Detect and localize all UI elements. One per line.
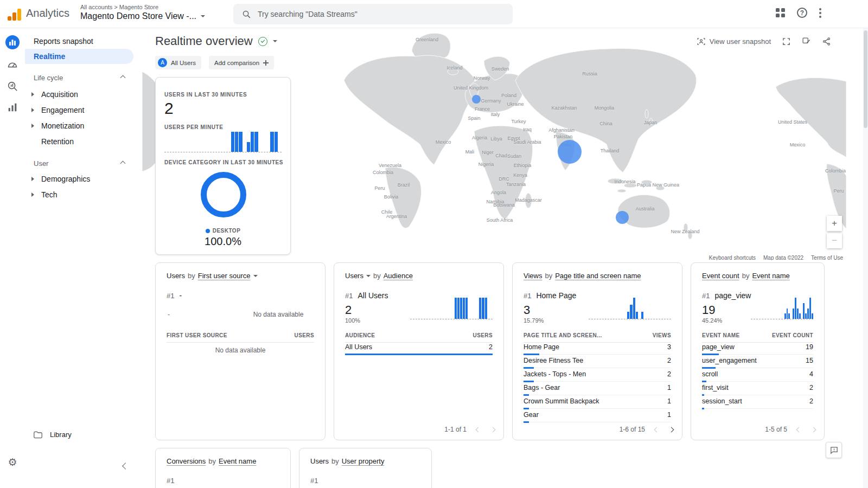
view-user-snapshot-button[interactable]: View user snapshot (697, 37, 771, 46)
spark-bar (465, 298, 468, 319)
row-metric-value: 2 (809, 397, 813, 405)
card-title: Views by Page title and screen name (524, 272, 641, 280)
users-30min-label: USERS IN LAST 30 MINUTES (164, 92, 285, 98)
map-zoom-in-button[interactable]: + (827, 216, 842, 231)
table-body: All Users2 (345, 341, 493, 355)
fullscreen-icon[interactable] (782, 37, 791, 46)
sidebar-item-engagement[interactable]: Engagement (25, 102, 133, 118)
metric-selector[interactable]: Views (524, 272, 542, 280)
home-icon[interactable] (5, 57, 20, 72)
row-dimension-value: Desiree Fitness Tee (524, 357, 583, 364)
trend-sparkline (751, 298, 813, 319)
prev-page-icon[interactable] (654, 427, 660, 433)
map-country-label: Chad (495, 153, 507, 158)
map-country-label: Colombia (373, 170, 393, 175)
dimension-column-header: EVENT NAME (702, 332, 740, 338)
table-header: FIRST USER SOURCE USERS (167, 332, 314, 343)
metric-selector[interactable]: Users (345, 272, 363, 280)
table-row: All Users2 (345, 341, 493, 355)
device-legend: DESKTOP (156, 228, 290, 234)
sidebar-item-monetization[interactable]: Monetization (25, 118, 133, 133)
sidebar-item-reports-snapshot[interactable]: Reports snapshot (25, 34, 133, 49)
collapse-sidebar-button[interactable] (123, 461, 128, 471)
more-menu-icon[interactable] (819, 8, 821, 18)
map-country-label: Mali (465, 149, 475, 155)
help-icon[interactable]: ? (797, 8, 807, 18)
sidebar-item-tech[interactable]: Tech (25, 187, 133, 202)
reports-icon[interactable] (5, 35, 20, 50)
report-options-chevron-icon[interactable] (273, 40, 277, 42)
row-dimension-value: All Users (345, 343, 372, 351)
device-percent: 100.0% (156, 235, 290, 248)
map-country-label: China (599, 121, 612, 126)
logo-bar-mid (12, 12, 16, 21)
dimension-selector[interactable]: Audience (384, 272, 413, 280)
table-row: Desiree Fitness Tee2 (524, 355, 671, 368)
breadcrumb[interactable]: All accounts > Magento Store (80, 4, 158, 10)
metric-selector[interactable]: Conversions (167, 457, 206, 465)
rank-label: #1 (167, 477, 174, 485)
dimension-selector[interactable]: Event name (219, 457, 256, 465)
property-selector[interactable]: Magento Demo Store View -... (80, 11, 205, 21)
dimension-selector[interactable]: First user source (198, 272, 251, 280)
search-input[interactable]: Try searching "Data Streams" (233, 4, 513, 24)
keyboard-shortcuts-link[interactable]: Keyboard shortcuts (709, 255, 756, 260)
spark-bar (482, 298, 484, 319)
advertising-icon[interactable] (5, 100, 20, 115)
card-title: Users by Audience (345, 272, 413, 280)
admin-gear-icon[interactable]: ⚙ (5, 454, 20, 470)
map-country-label: Norway (474, 75, 490, 81)
sidebar-item-retention[interactable]: Retention (25, 134, 133, 149)
sidebar-section-life-cycle[interactable]: Life cycle (25, 70, 133, 85)
map-country-label: New Zealand (671, 229, 699, 234)
top-rank-row: #1 (167, 477, 174, 485)
sidebar-item-demographics[interactable]: Demographics (25, 171, 133, 187)
no-data-text: No data available (242, 311, 314, 318)
map-country-label: Tanzania (506, 182, 526, 187)
sidebar-item-acquisition[interactable]: Acquisition (25, 87, 133, 102)
map-zoom-out-button[interactable]: − (827, 233, 842, 248)
dimension-selector[interactable]: User property (342, 457, 385, 465)
feedback-button[interactable] (826, 442, 842, 458)
comparison-chip-all-users[interactable]: A All Users (155, 56, 201, 69)
row-metric-value: 2 (489, 343, 493, 351)
map-attribution: Keyboard shortcuts Map data ©2022 Terms … (709, 255, 843, 260)
chevron-down-icon[interactable] (253, 275, 258, 277)
realtime-summary-card: USERS IN LAST 30 MINUTES 2 USERS PER MIN… (155, 77, 291, 255)
sidebar-item-library[interactable]: Library (34, 431, 72, 439)
prev-page-icon[interactable] (475, 427, 481, 433)
share-icon[interactable] (822, 37, 831, 46)
analytics-logo-icon[interactable] (8, 8, 21, 21)
prev-page-icon[interactable] (796, 427, 802, 433)
page-scrollbar[interactable] (863, 28, 868, 488)
metric-selector[interactable]: Users (310, 457, 329, 465)
metric-selector[interactable]: Event count (702, 272, 739, 280)
top-value: 3 (524, 303, 530, 317)
table-row: Home Page3 (524, 341, 671, 355)
add-comparison-button[interactable]: Add comparison (209, 56, 274, 69)
pagination: 1-5 of 5 (765, 426, 816, 433)
row-dimension-value: user_engagement (702, 357, 757, 364)
customize-report-icon[interactable] (802, 37, 811, 46)
table-row: page_view19 (702, 341, 813, 355)
scrollbar-thumb[interactable] (864, 30, 867, 128)
row-dimension-value: Home Page (524, 343, 559, 351)
terms-of-use-link[interactable]: Terms of Use (811, 255, 843, 260)
apps-grid-icon[interactable] (776, 8, 785, 17)
spark-bar (788, 313, 790, 319)
card-title: Users by User property (310, 457, 384, 465)
map-country-label: Kenya (513, 172, 527, 178)
map-country-label: South Africa (487, 217, 513, 223)
spark-bar (270, 132, 273, 152)
rank-name: - (179, 291, 182, 300)
users-per-minute-label: USERS PER MINUTE (164, 124, 285, 130)
sidebar-section-user[interactable]: User (25, 156, 133, 170)
chevron-down-icon[interactable] (366, 275, 371, 277)
sidebar-item-realtime[interactable]: Realtime (25, 49, 133, 64)
explore-icon[interactable] (5, 79, 20, 94)
next-page-icon[interactable] (668, 427, 674, 433)
next-page-icon[interactable] (490, 427, 496, 433)
next-page-icon[interactable] (810, 427, 816, 433)
dimension-selector[interactable]: Page title and screen name (555, 272, 641, 280)
dimension-selector[interactable]: Event name (752, 272, 789, 280)
